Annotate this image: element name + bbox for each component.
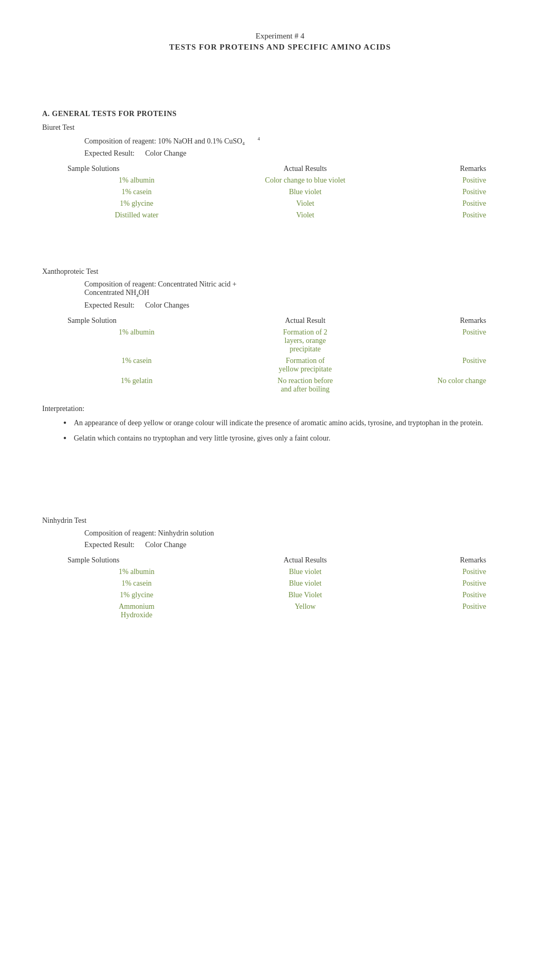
- interpretation-list: An appearance of deep yellow or orange c…: [63, 417, 518, 444]
- table-row: 1% albumin Color change to blue violet P…: [63, 175, 518, 186]
- table-row: 1% casein Formation ofyellow precipitate…: [63, 355, 518, 375]
- xanthoproteic-composition: Composition of reagent: Concentrated Nit…: [84, 280, 518, 298]
- biuret-table-header: Sample Solutions Actual Results Remarks: [63, 163, 518, 175]
- table-row: AmmoniumHydroxide Yellow Positive: [63, 601, 518, 621]
- table-row: 1% casein Blue violet Positive: [63, 578, 518, 589]
- ninhydrin-composition: Composition of reagent: Ninhydrin soluti…: [84, 529, 518, 538]
- experiment-label: Experiment # 4: [42, 32, 518, 41]
- table-row: 1% glycine Violet Positive: [63, 198, 518, 209]
- xanthoproteic-test-name: Xanthoproteic Test: [42, 267, 518, 276]
- ninhydrin-table: Sample Solutions Actual Results Remarks …: [63, 555, 518, 621]
- ninhydrin-test-name: Ninhydrin Test: [42, 517, 518, 525]
- table-row: 1% glycine Blue Violet Positive: [63, 589, 518, 601]
- bullet-item: An appearance of deep yellow or orange c…: [63, 417, 518, 428]
- xanthoproteic-expected: Expected Result: Color Changes: [84, 301, 518, 310]
- section-a-heading: A. GENERAL TESTS FOR PROTEINS: [42, 110, 518, 118]
- xanthoproteic-table-header: Sample Solution Actual Result Remarks: [63, 315, 518, 327]
- ninhydrin-table-header: Sample Solutions Actual Results Remarks: [63, 555, 518, 566]
- biuret-table: Sample Solutions Actual Results Remarks …: [63, 163, 518, 221]
- xanthoproteic-table: Sample Solution Actual Result Remarks 1%…: [63, 315, 518, 395]
- page-title: TESTS FOR PROTEINS AND SPECIFIC AMINO AC…: [42, 43, 518, 52]
- table-row: 1% albumin Blue violet Positive: [63, 566, 518, 578]
- biuret-expected: Expected Result: Color Change: [84, 149, 518, 158]
- bullet-item: Gelatin which contains no tryptophan and…: [63, 433, 518, 444]
- table-row: 1% albumin Formation of 2layers, orangep…: [63, 327, 518, 355]
- table-row: 1% casein Blue violet Positive: [63, 186, 518, 198]
- biuret-test-name: Biuret Test: [42, 123, 518, 132]
- table-row: 1% gelatin No reaction beforeand after b…: [63, 375, 518, 395]
- biuret-composition: Composition of reagent: 10% NaOH and 0.1…: [84, 136, 518, 146]
- interpretation-label: Interpretation:: [42, 405, 518, 413]
- table-row: Distilled water Violet Positive: [63, 209, 518, 221]
- ninhydrin-expected: Expected Result: Color Change: [84, 541, 518, 549]
